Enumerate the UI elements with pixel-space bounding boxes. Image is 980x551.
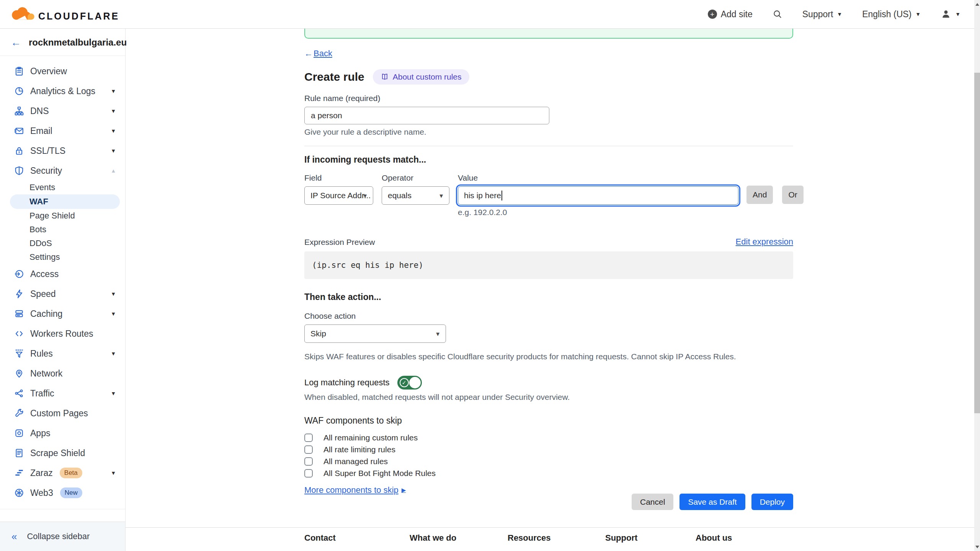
sidebar-item-waf[interactable]: WAF: [10, 194, 120, 209]
scrollbar-thumb[interactable]: [974, 73, 980, 413]
search-button[interactable]: [773, 9, 782, 19]
collapse-chevrons-icon: «: [11, 531, 17, 543]
collapse-sidebar-button[interactable]: « Collapse sidebar: [0, 522, 125, 551]
apps-icon: [14, 428, 24, 439]
sidebar-item-speed[interactable]: Speed▼: [0, 284, 125, 304]
sidebar-item-label: SSL/TLS: [30, 146, 65, 156]
checkbox-row-rate-limiting-rules[interactable]: All rate limiting rules: [304, 444, 793, 455]
add-site-button[interactable]: + Add site: [708, 9, 753, 20]
sidebar-item-scrape-shield[interactable]: Scrape Shield: [0, 443, 125, 463]
vertical-scrollbar[interactable]: [974, 0, 980, 551]
action-heading: Then take action...: [304, 292, 793, 302]
checkbox-row-remaining-custom-rules[interactable]: All remaining custom rules: [304, 432, 793, 443]
sidebar-item-caching[interactable]: Caching▼: [0, 304, 125, 324]
sidebar-item-custom-pages[interactable]: Custom Pages: [0, 403, 125, 423]
share-icon: [14, 388, 24, 399]
sidebar-item-ddos[interactable]: DDoS: [0, 236, 125, 250]
footer-column-about-us: About usOur team: [696, 533, 732, 551]
footer-heading: Support: [605, 533, 696, 543]
sidebar-item-network[interactable]: Network: [0, 364, 125, 383]
and-button[interactable]: And: [746, 186, 773, 204]
rule-name-input[interactable]: a person: [304, 107, 549, 124]
layers-icon: [14, 309, 24, 319]
checkbox-row-super-bot-fight-mode[interactable]: All Super Bot Fight Mode Rules: [304, 468, 793, 479]
sidebar-item-analytics-logs[interactable]: Analytics & Logs▼: [0, 81, 125, 101]
sidebar-item-apps[interactable]: Apps: [0, 423, 125, 443]
web3-icon: [14, 488, 24, 498]
field-label: Field: [304, 173, 373, 183]
sidebar-item-dns[interactable]: DNS▼: [0, 101, 125, 121]
rule-name-helper: Give your rule a descriptive name.: [304, 127, 793, 137]
about-custom-rules-link[interactable]: About custom rules: [373, 69, 469, 85]
email-icon: [14, 126, 24, 136]
checkbox-unchecked[interactable]: [304, 434, 313, 442]
back-arrow-icon: ←: [304, 49, 313, 58]
operator-select[interactable]: equals ▼: [382, 186, 449, 205]
cancel-button[interactable]: Cancel: [632, 494, 673, 510]
chevron-down-icon: ▼: [111, 291, 116, 297]
value-input[interactable]: his ip here: [458, 186, 738, 205]
sidebar-item-settings[interactable]: Settings: [0, 250, 125, 264]
book-icon: [381, 73, 389, 81]
sidebar-item-email[interactable]: Email▼: [0, 121, 125, 141]
value-helper: e.g. 192.0.2.0: [458, 208, 738, 217]
success-banner: [304, 29, 793, 39]
footer-heading: Contact: [304, 533, 410, 543]
field-select[interactable]: IP Source Addr... ▼: [304, 186, 373, 205]
sidebar-item-traffic[interactable]: Traffic▼: [0, 383, 125, 403]
expression-preview-box: (ip.src eq his ip here): [304, 251, 793, 279]
chevron-down-icon: ▼: [915, 11, 921, 17]
value-label: Value: [458, 173, 738, 183]
sidebar-item-security[interactable]: Security▲: [0, 161, 125, 181]
sidebar-item-zaraz[interactable]: ZarazBeta▼: [0, 463, 125, 483]
more-components-link[interactable]: More components to skip ▶: [304, 485, 406, 495]
back-link[interactable]: Back: [314, 49, 332, 58]
language-menu[interactable]: English (US) ▼: [862, 9, 921, 20]
sidebar-item-page-shield[interactable]: Page Shield: [0, 209, 125, 223]
sidebar-item-label: Web3: [30, 488, 53, 498]
sidebar-item-workers-routes[interactable]: Workers Routes: [0, 324, 125, 344]
chevron-down-icon: ▼: [111, 88, 116, 94]
checkbox-unchecked[interactable]: [304, 457, 313, 466]
user-icon: [941, 9, 951, 20]
edit-expression-link[interactable]: Edit expression: [736, 237, 793, 247]
chevron-down-icon: ▼: [111, 128, 116, 134]
sidebar-item-ssl-tls[interactable]: SSL/TLS▼: [0, 141, 125, 161]
expression-preview-label: Expression Preview: [304, 238, 375, 247]
log-matching-toggle[interactable]: ✓: [397, 376, 422, 390]
sidebar-item-access[interactable]: Access: [0, 264, 125, 284]
deploy-button[interactable]: Deploy: [751, 494, 793, 510]
chevron-down-icon: ▼: [435, 331, 441, 337]
scroll-up-arrow[interactable]: [974, 1, 980, 8]
save-as-draft-button[interactable]: Save as Draft: [679, 494, 745, 510]
sidebar-item-label: Workers Routes: [30, 329, 93, 339]
sidebar-item-overview[interactable]: Overview: [0, 61, 125, 81]
add-site-label: Add site: [721, 9, 753, 20]
lock-icon: [14, 146, 24, 156]
sidebar-item-rules[interactable]: Rules▼: [0, 344, 125, 364]
text-cursor: [501, 191, 502, 201]
checkbox-unchecked[interactable]: [304, 469, 313, 478]
beta-badge: Beta: [60, 468, 82, 478]
checkbox-unchecked[interactable]: [304, 445, 313, 454]
sidebar-item-label: Speed: [30, 289, 56, 299]
sidebar-item-label: DDoS: [29, 238, 52, 248]
checkbox-label: All Super Bot Fight Mode Rules: [323, 469, 436, 478]
action-select[interactable]: Skip ▼: [304, 324, 446, 343]
cloudflare-logo[interactable]: CLOUDFLARE: [8, 6, 119, 23]
account-menu[interactable]: ▼: [941, 9, 960, 20]
sidebar-item-label: Security: [30, 166, 62, 176]
sidebar-item-web3[interactable]: Web3New: [0, 483, 125, 503]
support-menu[interactable]: Support ▼: [802, 9, 842, 20]
sidebar-nav: OverviewAnalytics & Logs▼DNS▼Email▼SSL/T…: [0, 56, 125, 503]
scroll-down-arrow[interactable]: [974, 543, 980, 550]
top-header: CLOUDFLARE + Add site Support ▼ English …: [0, 0, 974, 29]
back-arrow-icon[interactable]: ←: [11, 37, 21, 48]
toggle-knob: [409, 377, 421, 388]
chevron-right-icon: ▶: [402, 487, 406, 494]
sidebar-item-bots[interactable]: Bots: [0, 223, 125, 236]
checkbox-row-managed-rules[interactable]: All managed rules: [304, 456, 793, 467]
chevron-down-icon: ▼: [111, 470, 116, 476]
sidebar-item-events[interactable]: Events: [0, 181, 125, 194]
or-button[interactable]: Or: [782, 186, 803, 204]
